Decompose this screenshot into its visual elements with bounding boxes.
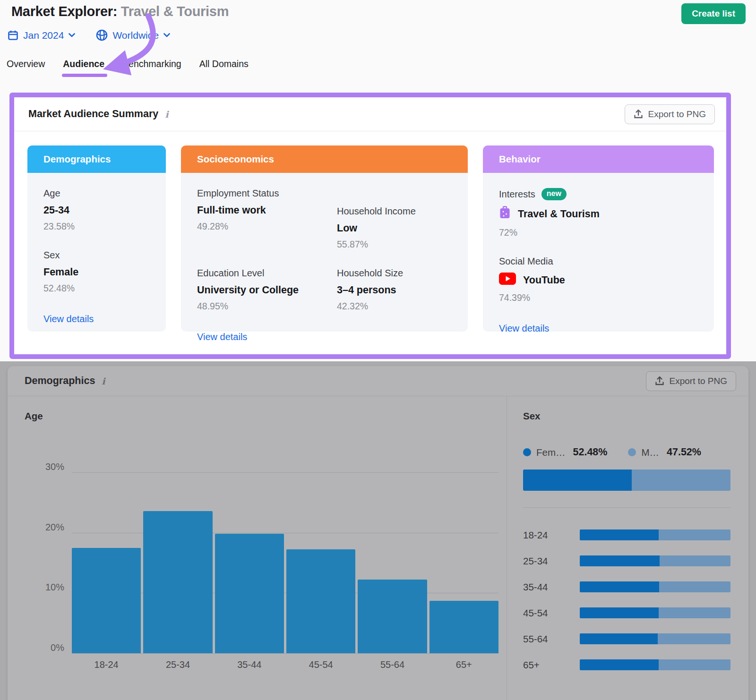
employment-label: Employment Status [197, 188, 337, 199]
new-badge: new [541, 188, 567, 200]
export-png-button[interactable]: Export to PNG [646, 371, 737, 391]
tab-overview[interactable]: Overview [7, 59, 45, 77]
info-icon[interactable]: i [102, 376, 105, 386]
y-tick-10: 10% [25, 582, 64, 593]
bar-18-24[interactable] [72, 548, 141, 653]
info-icon[interactable]: i [165, 109, 168, 120]
view-details-link[interactable]: View details [197, 332, 247, 342]
bar-55-64[interactable] [358, 580, 427, 653]
socioeconomics-card-body: Employment Status Full-time work 49.28% … [181, 173, 468, 332]
employment-group: Employment Status Full-time work 49.28% [197, 188, 337, 250]
interest-pct: 72% [499, 227, 700, 238]
interests-group: Interests new Travel & Tourism 72% [499, 188, 700, 238]
gridline-30 [72, 472, 498, 473]
sex-row-label: 55-64 [523, 633, 580, 645]
create-list-button[interactable]: Create list [681, 3, 746, 24]
view-details-link[interactable]: View details [499, 323, 549, 334]
sex-legend: Fem… 52.48% M… 47.52% [523, 446, 730, 458]
male-segment[interactable] [659, 581, 730, 592]
male-segment[interactable] [658, 633, 730, 644]
interest-value-text: Travel & Tourism [518, 208, 600, 220]
male-legend-value: 47.52% [667, 446, 701, 458]
age-chart-column: Age 30% 20% 10% 0% [8, 396, 507, 700]
youtube-icon [499, 273, 516, 288]
female-segment[interactable] [580, 581, 659, 592]
demographics-card-header: Demographics [27, 145, 166, 173]
socioeconomics-grid: Employment Status Full-time work 49.28% … [197, 188, 454, 312]
social-media-group: Social Media YouTube 74.39% [499, 256, 700, 303]
sex-pct: 52.48% [43, 283, 152, 294]
socioeconomics-card: Socioeconomics Employment Status Full-ti… [181, 145, 468, 332]
sex-row-bar[interactable] [580, 529, 730, 540]
tab-all-domains[interactable]: All Domains [199, 59, 249, 77]
divider [523, 507, 730, 508]
y-tick-0: 0% [25, 642, 64, 653]
demographics-panel-title: Demographics [25, 375, 95, 387]
sex-row-label: 25-34 [523, 555, 580, 567]
suitcase-icon [499, 206, 511, 222]
interests-label-text: Interests [499, 189, 535, 200]
social-media-value-text: YouTube [523, 274, 565, 286]
interests-label: Interests new [499, 188, 700, 200]
income-label: Household Income [337, 206, 454, 217]
sex-row-bar[interactable] [580, 633, 730, 644]
tab-audience[interactable]: Audience [63, 59, 104, 77]
sex-row-bar[interactable] [580, 555, 730, 566]
x-label-18-24: 18-24 [72, 659, 141, 670]
region-filter-label: Worldwide [112, 30, 159, 41]
sex-chart-column: Sex Fem… 52.48% M… 47.52% 18 [507, 396, 748, 700]
export-png-label: Export to PNG [670, 376, 728, 386]
female-legend-dot [523, 448, 531, 456]
tab-benchmarking[interactable]: Benchmarking [122, 59, 181, 77]
female-segment[interactable] [580, 529, 659, 540]
bar-45-54[interactable] [286, 549, 355, 653]
employment-pct: 49.28% [197, 221, 337, 232]
export-png-button[interactable]: Export to PNG [625, 104, 715, 124]
education-value: University or College [197, 284, 337, 296]
male-segment[interactable] [632, 470, 730, 491]
sex-total-bar[interactable] [523, 470, 730, 491]
sex-row-bar[interactable] [580, 581, 730, 592]
female-segment[interactable] [580, 659, 659, 670]
household-size-pct: 42.32% [337, 301, 454, 312]
sex-chart-title: Sex [523, 410, 730, 422]
bar-35-44[interactable] [215, 534, 284, 653]
bar-65plus[interactable] [430, 601, 498, 653]
female-segment[interactable] [580, 555, 660, 566]
tab-bar: Overview Audience Benchmarking All Domai… [7, 59, 249, 77]
female-segment[interactable] [580, 633, 658, 644]
sex-value: Female [43, 266, 152, 278]
page-title-prefix: Market Explorer: [11, 4, 117, 19]
globe-icon [96, 29, 108, 41]
demographics-panel-header: Demographics i Export to PNG [8, 366, 748, 396]
market-audience-summary-panel: Market Audience Summary i Export to PNG … [9, 93, 731, 359]
male-segment[interactable] [659, 659, 730, 670]
filter-bar: Jan 2024 Worldwide [8, 29, 170, 41]
date-filter[interactable]: Jan 2024 [8, 30, 75, 41]
behavior-card: Behavior Interests new Travel & Tourism … [483, 145, 714, 332]
social-media-pct: 74.39% [499, 292, 700, 303]
female-segment[interactable] [580, 607, 659, 618]
education-pct: 48.95% [197, 301, 337, 312]
household-size-label: Household Size [337, 268, 454, 279]
view-details-link[interactable]: View details [43, 314, 94, 324]
male-segment[interactable] [660, 555, 730, 566]
socioeconomics-card-header: Socioeconomics [181, 145, 468, 173]
bar-25-34[interactable] [143, 511, 212, 653]
sex-row-label: 35-44 [523, 581, 580, 593]
sex-label: Sex [43, 250, 152, 261]
sex-row-bar[interactable] [580, 659, 730, 670]
sex-row-label: 65+ [523, 659, 580, 671]
interest-value: Travel & Tourism [499, 206, 700, 222]
male-segment[interactable] [659, 607, 730, 618]
sex-row-label: 18-24 [523, 529, 580, 541]
female-segment[interactable] [523, 470, 632, 491]
male-segment[interactable] [659, 529, 730, 540]
female-legend-value: 52.48% [573, 446, 608, 458]
sex-row-bar[interactable] [580, 607, 730, 618]
sex-row-45-54: 45-54 [523, 600, 730, 626]
page-title-market: Travel & Tourism [121, 4, 229, 19]
region-filter[interactable]: Worldwide [96, 29, 170, 41]
sex-row-18-24: 18-24 [523, 522, 730, 548]
male-legend-dot [628, 448, 636, 456]
